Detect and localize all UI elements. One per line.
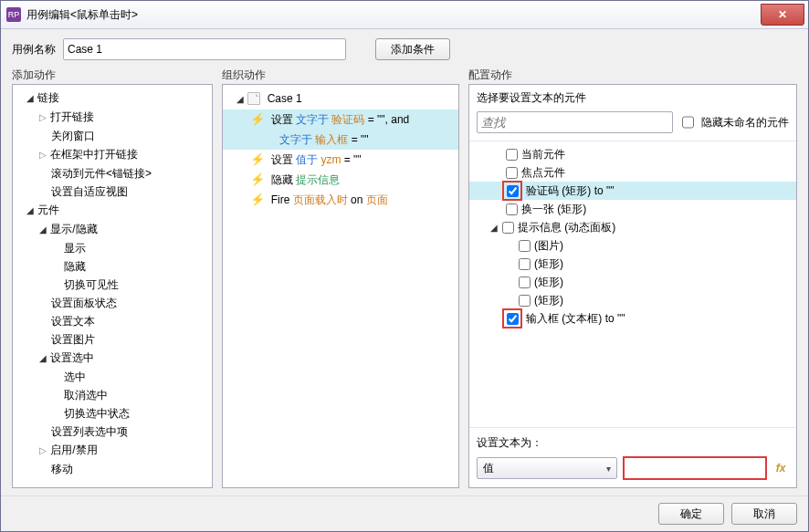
action-open-link[interactable]: 打开链接: [13, 108, 212, 127]
widget-checkbox[interactable]: [519, 240, 531, 252]
group-link[interactable]: 链接: [13, 89, 212, 108]
action-set-image[interactable]: 设置图片: [13, 330, 212, 349]
widget-tip-group[interactable]: 提示信息 (动态面板): [469, 218, 796, 236]
add-actions-col: 添加动作 链接 打开链接 关闭窗口 在框架中打开链接 滚动到元件<锚链接> 设置…: [12, 68, 213, 488]
expand-icon[interactable]: [38, 349, 47, 368]
chevron-down-icon: ▾: [606, 464, 611, 474]
widget-checkbox[interactable]: [519, 295, 531, 307]
action-show[interactable]: 显示: [13, 239, 212, 257]
case-action-set-text[interactable]: 设置 文字于 验证码 = "", and: [223, 110, 458, 130]
hide-unnamed-checkbox[interactable]: [682, 112, 694, 132]
widget-rect1[interactable]: (矩形): [469, 255, 796, 273]
add-condition-button[interactable]: 添加条件: [375, 38, 450, 60]
group-widget[interactable]: 元件: [13, 201, 212, 220]
configure-section-title: 选择要设置文本的元件: [469, 85, 796, 110]
organize-actions-col: 组织动作 Case 1 设置 文字于 验证码 = "", and: [222, 68, 459, 488]
case-action-fire[interactable]: Fire 页面载入时 on 页面: [223, 190, 458, 210]
expand-icon[interactable]: [26, 202, 35, 220]
dialog-footer: 确定 取消: [1, 495, 808, 531]
action-set-list-selected[interactable]: 设置列表选中项: [13, 422, 212, 441]
expand-icon[interactable]: [236, 90, 245, 109]
action-open-frame[interactable]: 在框架中打开链接: [13, 145, 212, 164]
group-enable[interactable]: 启用/禁用: [13, 441, 212, 460]
action-select[interactable]: 选中: [13, 368, 212, 386]
action-panel-state[interactable]: 设置面板状态: [13, 294, 212, 312]
action-close-window[interactable]: 关闭窗口: [13, 127, 212, 145]
action-scroll-anchor[interactable]: 滚动到元件<锚链接>: [13, 164, 212, 183]
case-action-set-text-line2[interactable]: 文字于 输入框 = "": [223, 130, 458, 150]
set-text-box: 设置文本为： 值 ▾ fx: [469, 427, 796, 487]
highlight-box: [502, 308, 522, 329]
case-action-set-value[interactable]: 设置 值于 yzm = "": [223, 150, 458, 170]
hide-unnamed-toggle[interactable]: 隐藏未命名的元件: [678, 110, 789, 135]
widget-checkbox[interactable]: [502, 222, 514, 234]
widget-checkbox[interactable]: [506, 203, 518, 215]
case-root[interactable]: Case 1: [223, 89, 458, 110]
close-button[interactable]: ✕: [761, 4, 804, 26]
case-name-input[interactable]: [63, 38, 346, 60]
widget-checkbox[interactable]: [506, 149, 518, 161]
action-toggle-visibility[interactable]: 切换可见性: [13, 276, 212, 294]
expand-icon[interactable]: [38, 442, 47, 460]
dialog-body: 用例名称 添加条件 添加动作 链接 打开链接 关闭窗口 在框架中打开链接 滚动到…: [1, 29, 808, 495]
cancel-button[interactable]: 取消: [731, 503, 797, 525]
widget-checkbox[interactable]: [519, 276, 531, 288]
app-icon: RP: [6, 7, 21, 22]
bolt-icon: [251, 113, 264, 126]
widget-focus[interactable]: 焦点元件: [469, 163, 796, 182]
group-showhide[interactable]: 显示/隐藏: [13, 220, 212, 239]
value-text-input[interactable]: [623, 456, 767, 480]
expand-icon[interactable]: [38, 109, 47, 127]
group-set-selected[interactable]: 设置选中: [13, 349, 212, 368]
expand-icon[interactable]: [38, 221, 47, 239]
widget-checkbox[interactable]: [507, 185, 519, 197]
widget-tree: 当前元件 焦点元件 验证码 (矩形) to "" 换一张 (矩形) 提示信息 (…: [469, 141, 796, 427]
action-adaptive-view[interactable]: 设置自适应视图: [13, 183, 212, 201]
fx-button[interactable]: fx: [772, 462, 789, 475]
bolt-icon: [251, 173, 264, 186]
widget-yzm[interactable]: 验证码 (矩形) to "": [469, 182, 796, 200]
widget-input[interactable]: 输入框 (文本框) to "": [469, 309, 796, 328]
bolt-icon: [251, 153, 264, 166]
case-panel: Case 1 设置 文字于 验证码 = "", and 文字于 输入框 = "": [222, 84, 459, 488]
widget-img[interactable]: (图片): [469, 236, 796, 255]
col1-header: 添加动作: [12, 68, 213, 84]
col2-header: 组织动作: [222, 68, 459, 84]
title-bar: RP 用例编辑<鼠标单击时> ✕: [1, 1, 808, 29]
columns: 添加动作 链接 打开链接 关闭窗口 在框架中打开链接 滚动到元件<锚链接> 设置…: [12, 68, 797, 488]
configure-col: 配置动作 选择要设置文本的元件 隐藏未命名的元件 当前元件 焦点元件 验证码 (…: [468, 68, 797, 488]
widget-rect3[interactable]: (矩形): [469, 291, 796, 309]
case-tree: Case 1 设置 文字于 验证码 = "", and 文字于 输入框 = "": [223, 85, 458, 214]
page-icon: [247, 92, 260, 105]
widget-checkbox[interactable]: [519, 258, 531, 270]
widget-next[interactable]: 换一张 (矩形): [469, 200, 796, 218]
action-set-text[interactable]: 设置文本: [13, 312, 212, 330]
set-text-label: 设置文本为：: [477, 435, 789, 451]
expand-icon[interactable]: [26, 89, 35, 108]
bolt-icon: [251, 193, 264, 206]
name-row: 用例名称 添加条件: [12, 38, 797, 60]
action-move[interactable]: 移动: [13, 460, 212, 478]
configure-panel: 选择要设置文本的元件 隐藏未命名的元件 当前元件 焦点元件 验证码 (矩形) t…: [468, 84, 797, 488]
col3-header: 配置动作: [468, 68, 797, 84]
expand-icon[interactable]: [38, 146, 47, 164]
action-deselect[interactable]: 取消选中: [13, 386, 212, 404]
value-type-select[interactable]: 值 ▾: [477, 457, 617, 479]
case-action-hide[interactable]: 隐藏 提示信息: [223, 170, 458, 190]
case-name-label: 用例名称: [12, 42, 56, 57]
action-hide[interactable]: 隐藏: [13, 257, 212, 276]
widget-rect2[interactable]: (矩形): [469, 273, 796, 291]
window-title: 用例编辑<鼠标单击时>: [26, 7, 138, 23]
widget-checkbox[interactable]: [506, 167, 518, 179]
action-toggle-select[interactable]: 切换选中状态: [13, 404, 212, 422]
widget-search-input[interactable]: [477, 111, 673, 133]
widget-checkbox[interactable]: [507, 313, 519, 325]
widget-current[interactable]: 当前元件: [469, 145, 796, 163]
actions-tree: 链接 打开链接 关闭窗口 在框架中打开链接 滚动到元件<锚链接> 设置自适应视图…: [13, 85, 212, 482]
search-row: 隐藏未命名的元件: [469, 110, 796, 141]
expand-icon[interactable]: [489, 223, 499, 233]
ok-button[interactable]: 确定: [658, 503, 724, 525]
dialog-window: RP 用例编辑<鼠标单击时> ✕ 用例名称 添加条件 添加动作 链接 打开链接 …: [0, 0, 809, 532]
value-row: 值 ▾ fx: [477, 456, 789, 480]
highlight-box: [502, 181, 522, 201]
